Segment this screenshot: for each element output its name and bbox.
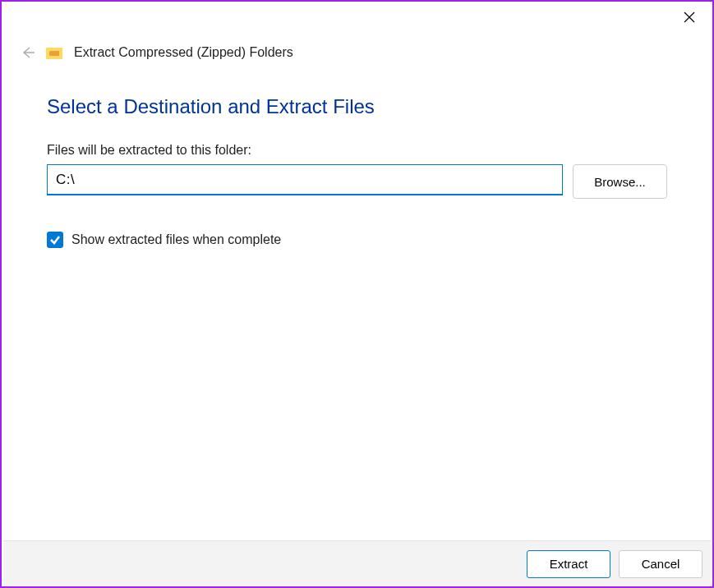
browse-button[interactable]: Browse... xyxy=(573,164,667,199)
show-files-checkbox[interactable] xyxy=(47,232,63,248)
close-icon xyxy=(684,11,695,23)
path-row: Browse... xyxy=(47,164,667,199)
dialog-header: Extract Compressed (Zipped) Folders xyxy=(2,2,712,71)
cancel-button[interactable]: Cancel xyxy=(619,550,702,578)
destination-path-input[interactable] xyxy=(47,164,563,195)
dialog-content: Select a Destination and Extract Files F… xyxy=(2,71,712,256)
zipped-folder-icon xyxy=(46,46,62,59)
close-button[interactable] xyxy=(673,5,706,30)
show-files-checkbox-row: Show extracted files when complete xyxy=(47,232,667,248)
back-button[interactable] xyxy=(18,43,38,62)
dialog-footer: Extract Cancel xyxy=(3,540,711,586)
page-title: Select a Destination and Extract Files xyxy=(47,95,667,118)
extract-button[interactable]: Extract xyxy=(527,550,610,578)
path-field-label: Files will be extracted to this folder: xyxy=(47,143,667,158)
window-title: Extract Compressed (Zipped) Folders xyxy=(74,45,293,60)
arrow-left-icon xyxy=(20,44,36,61)
show-files-checkbox-label: Show extracted files when complete xyxy=(71,232,281,247)
checkmark-icon xyxy=(49,234,61,246)
